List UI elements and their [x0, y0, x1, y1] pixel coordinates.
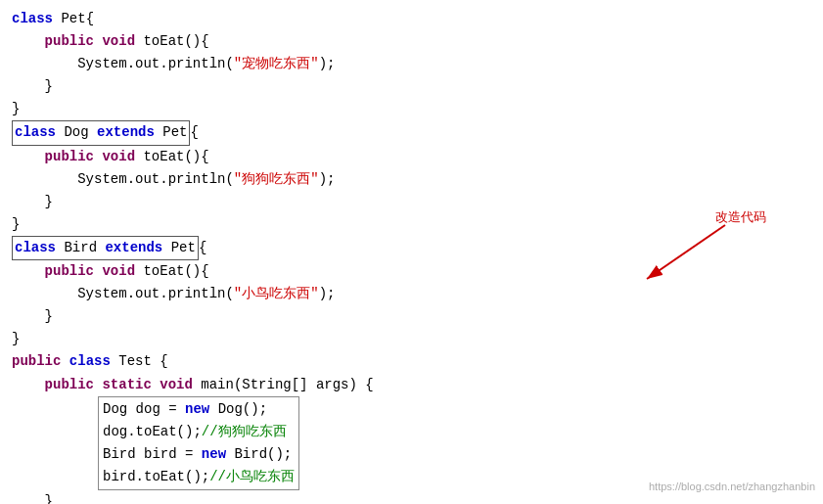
code-line-1: class Pet{	[12, 8, 811, 30]
code-line-11: class Bird extends Pet{	[12, 236, 811, 260]
code-highlight-box: Dog dog = new Dog(); dog.toEat();//狗狗吃东西…	[98, 396, 299, 490]
annotation-label: 改造代码	[715, 207, 766, 228]
code-line-21: bird.toEat();//小鸟吃东西	[103, 466, 295, 488]
code-line-5: }	[12, 98, 811, 120]
code-line-10: }	[12, 213, 811, 236]
code-line-18: Dog dog = new Dog();	[103, 398, 295, 421]
code-line-19: dog.toEat();//狗狗吃东西	[103, 421, 295, 443]
code-line-8: System.out.println("狗狗吃东西");	[12, 168, 811, 191]
code-line-4: }	[12, 75, 811, 98]
code-line-17: public static void main(String[] args) {	[12, 374, 811, 396]
code-line-3: System.out.println("宠物吃东西");	[12, 53, 811, 75]
code-line-7: public void toEat(){	[12, 146, 811, 168]
code-line-14: }	[12, 305, 811, 328]
code-line-2: public void toEat(){	[12, 30, 811, 53]
watermark: https://blog.csdn.net/zhangzhanbin	[649, 479, 815, 496]
code-line-20: Bird bird = new Bird();	[103, 443, 295, 466]
code-line-12: public void toEat(){	[12, 260, 811, 283]
code-line-13: System.out.println("小鸟吃东西");	[12, 283, 811, 305]
code-area: class Pet{ public void toEat(){ System.o…	[0, 0, 823, 504]
code-line-6: class Dog extends Pet{	[12, 120, 811, 145]
code-line-16: public class Test {	[12, 350, 811, 373]
code-line-15: }	[12, 328, 811, 350]
code-line-9: }	[12, 191, 811, 213]
